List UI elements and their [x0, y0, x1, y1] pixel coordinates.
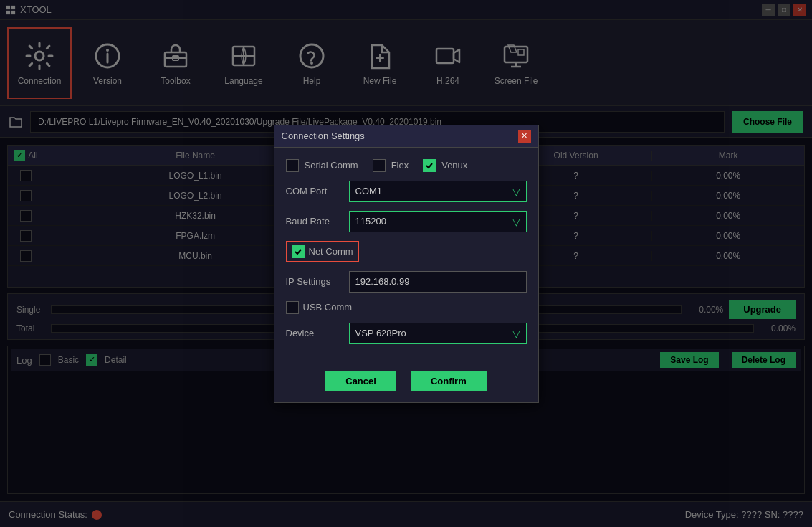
com-port-row: COM Port COM1 ▽: [286, 181, 527, 202]
baud-rate-select[interactable]: 115200 ▽: [349, 211, 527, 232]
com-port-value: COM1: [355, 186, 383, 196]
serial-comm-checkbox[interactable]: [286, 159, 299, 172]
baud-rate-row: Baud Rate 115200 ▽: [286, 211, 527, 232]
flex-label: Flex: [391, 160, 409, 171]
ip-settings-input[interactable]: [349, 271, 527, 293]
baud-rate-value: 115200: [355, 216, 386, 227]
venux-label: Venux: [441, 160, 467, 171]
com-port-label: COM Port: [286, 186, 343, 196]
usb-comm-row: USB Comm: [286, 301, 527, 314]
serial-comm-label: Serial Comm: [305, 160, 358, 171]
net-comm-row: Net Comm: [286, 241, 527, 262]
usb-comm-checkbox[interactable]: [286, 301, 299, 314]
device-label: Device: [286, 328, 343, 338]
baud-rate-arrow: ▽: [512, 216, 520, 227]
dialog-overlay: Connection Settings ✕ Serial Comm Flex V…: [0, 0, 812, 527]
venux-checkbox[interactable]: [423, 159, 436, 172]
net-comm-box[interactable]: Net Comm: [286, 241, 359, 262]
dialog-close-button[interactable]: ✕: [518, 130, 531, 143]
net-comm-checkbox[interactable]: [292, 245, 305, 258]
cancel-button[interactable]: Cancel: [325, 371, 396, 391]
flex-checkbox[interactable]: [373, 159, 386, 172]
dialog-footer: Cancel Confirm: [274, 364, 538, 402]
com-port-select[interactable]: COM1 ▽: [349, 181, 527, 202]
dialog-title: Connection Settings: [282, 130, 365, 141]
usb-comm-label: USB Comm: [303, 302, 353, 313]
dialog-body: Serial Comm Flex Venux COM Port COM1 ▽ B…: [274, 148, 538, 364]
confirm-button[interactable]: Confirm: [411, 371, 487, 391]
connection-settings-dialog: Connection Settings ✕ Serial Comm Flex V…: [274, 125, 539, 403]
ip-settings-row: IP Settings: [286, 271, 527, 293]
comm-type-row: Serial Comm Flex Venux: [286, 159, 527, 172]
device-value: VSP 628Pro: [355, 328, 406, 338]
dialog-title-bar: Connection Settings ✕: [274, 125, 538, 148]
net-comm-label: Net Comm: [309, 246, 353, 257]
device-arrow: ▽: [512, 328, 520, 339]
baud-rate-label: Baud Rate: [286, 216, 343, 227]
com-port-arrow: ▽: [512, 186, 520, 197]
ip-settings-label: IP Settings: [286, 276, 343, 287]
device-row: Device VSP 628Pro ▽: [286, 323, 527, 344]
device-select[interactable]: VSP 628Pro ▽: [349, 323, 527, 344]
